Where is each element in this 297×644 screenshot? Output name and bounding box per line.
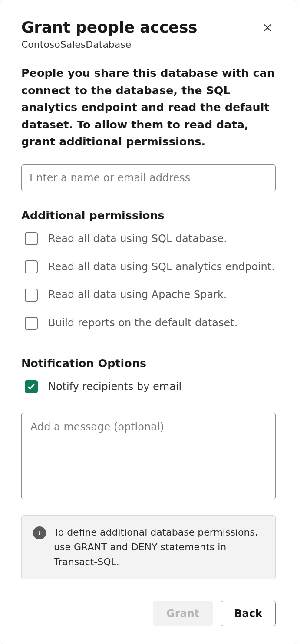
back-button[interactable]: Back (221, 601, 276, 626)
dialog-header: Grant people access ContosoSalesDatabase (21, 18, 276, 50)
notify-label: Notify recipients by email (48, 379, 182, 394)
permission-row: Read all data using SQL database. (21, 231, 276, 246)
notify-row: Notify recipients by email (21, 379, 276, 394)
info-banner: i To define additional database permissi… (21, 515, 276, 579)
permission-checkbox-sql-analytics[interactable] (25, 260, 38, 273)
notification-section: Notification Options Notify recipients b… (21, 349, 276, 515)
info-text: To define additional database permission… (54, 525, 264, 569)
dialog-description: People you share this database with can … (21, 65, 276, 151)
close-icon (262, 22, 273, 33)
permission-row: Build reports on the default dataset. (21, 315, 276, 331)
people-input[interactable] (21, 164, 276, 191)
permission-checkbox-sql-database[interactable] (25, 232, 38, 245)
permission-label: Build reports on the default dataset. (48, 315, 238, 331)
permission-label: Read all data using SQL database. (48, 231, 227, 246)
grant-button[interactable]: Grant (153, 601, 213, 626)
permissions-heading: Additional permissions (21, 209, 276, 222)
dialog-title: Grant people access (21, 18, 198, 36)
permission-label: Read all data using Apache Spark. (48, 287, 227, 302)
permission-row: Read all data using Apache Spark. (21, 287, 276, 302)
permissions-section: Additional permissions Read all data usi… (21, 209, 276, 344)
permission-label: Read all data using SQL analytics endpoi… (48, 260, 275, 275)
message-textarea[interactable] (21, 413, 276, 499)
dialog-subtitle: ContosoSalesDatabase (21, 39, 198, 50)
permission-checkbox-apache-spark[interactable] (25, 289, 38, 302)
info-icon: i (33, 526, 46, 539)
grant-access-dialog: Grant people access ContosoSalesDatabase… (0, 0, 297, 644)
notify-checkbox[interactable] (25, 380, 38, 393)
dialog-footer: Grant Back (21, 585, 276, 626)
notification-heading: Notification Options (21, 357, 276, 370)
permission-row: Read all data using SQL analytics endpoi… (21, 260, 276, 275)
permission-checkbox-build-reports[interactable] (25, 317, 38, 330)
check-icon (27, 382, 36, 391)
dialog-title-block: Grant people access ContosoSalesDatabase (21, 18, 198, 50)
close-button[interactable] (259, 20, 276, 36)
